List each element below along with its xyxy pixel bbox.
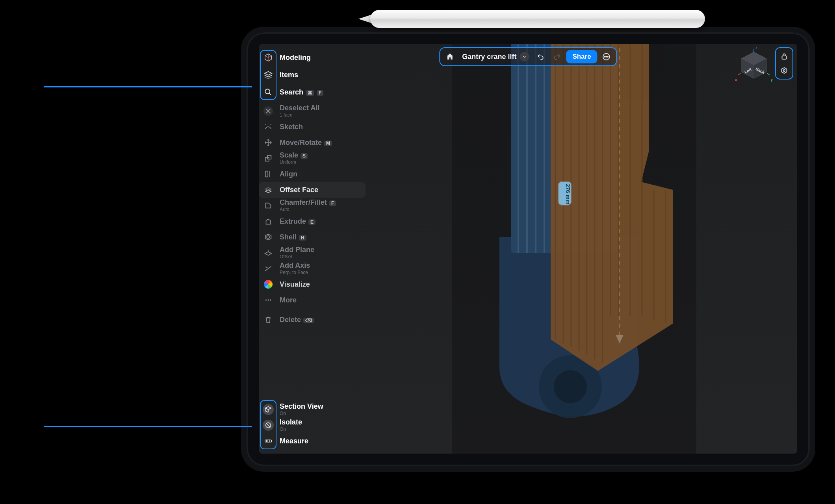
tool-add-axis[interactable]: Add Axis Perp. to Face — [259, 261, 366, 276]
tool-isolate[interactable]: Isolate On — [259, 417, 366, 433]
tool-align[interactable]: Align — [259, 166, 366, 182]
model-illustration — [452, 44, 696, 454]
svg-point-38 — [607, 56, 608, 57]
cube-icon — [262, 52, 274, 63]
navcube-axis-z: z — [755, 46, 757, 50]
tool-measure[interactable]: Measure — [259, 433, 366, 449]
right-stack — [775, 47, 793, 80]
redo-button[interactable] — [549, 49, 564, 64]
svg-point-31 — [267, 299, 269, 300]
app-screen: 276 mm Modeling Items — [259, 44, 797, 454]
tool-move-rotate[interactable]: Move/RotateM — [259, 135, 366, 150]
more-icon — [262, 294, 274, 306]
measure-icon — [262, 435, 274, 447]
svg-point-26 — [265, 89, 270, 94]
sketch-icon — [262, 121, 274, 133]
deselect-icon — [262, 105, 274, 117]
svg-point-36 — [605, 56, 605, 57]
svg-line-45 — [738, 73, 741, 75]
title-dropdown[interactable] — [520, 52, 529, 61]
tool-scale[interactable]: ScaleS Uniform — [259, 150, 366, 166]
sidebar-item-modeling[interactable]: Modeling — [259, 49, 366, 66]
offset-face-icon — [262, 184, 274, 196]
undo-button[interactable] — [533, 49, 548, 64]
svg-rect-34 — [265, 440, 272, 442]
search-icon — [262, 86, 274, 98]
align-icon — [262, 168, 274, 180]
layers-icon — [262, 69, 274, 81]
navigation-cube[interactable]: Left Back z y x — [737, 48, 770, 81]
tool-shell[interactable]: ShellH — [259, 229, 366, 245]
tool-extrude[interactable]: ExtrudeE — [259, 213, 366, 229]
tool-visualize[interactable]: Visualize — [259, 276, 366, 292]
tool-sketch[interactable]: Sketch — [259, 119, 366, 135]
extrude-icon — [262, 215, 274, 227]
svg-point-32 — [270, 299, 271, 300]
tool-section-view[interactable]: Section View On — [259, 402, 366, 417]
svg-point-47 — [783, 70, 785, 72]
svg-line-44 — [767, 73, 770, 75]
sidebar: Modeling Items Search⌘F — [259, 44, 366, 454]
sidebar-bottom: Section View On Isolate On — [259, 396, 366, 449]
add-plane-icon — [262, 247, 274, 259]
navcube-axis-y: y — [770, 78, 773, 82]
lock-button[interactable] — [777, 50, 791, 63]
more-menu-button[interactable] — [599, 49, 614, 64]
tool-add-plane[interactable]: Add Plane Offset — [259, 245, 366, 261]
header-pill: Gantry crane lift Share — [439, 47, 617, 66]
chamfer-icon — [262, 200, 274, 211]
modeling-label: Modeling — [280, 54, 311, 61]
svg-rect-25 — [452, 44, 696, 454]
navcube-axis-x: x — [735, 78, 737, 82]
tool-delete[interactable]: Delete⌫ — [259, 312, 366, 328]
trash-icon — [262, 314, 274, 326]
view-settings-button[interactable] — [777, 64, 791, 77]
add-axis-icon — [262, 263, 274, 274]
tool-offset-face[interactable]: Offset Face — [259, 182, 366, 198]
share-button[interactable]: Share — [566, 50, 597, 63]
sidebar-divider — [263, 399, 273, 399]
sidebar-item-search[interactable]: Search⌘F — [259, 83, 366, 101]
stylus — [370, 10, 705, 28]
tablet-frame: 276 mm Modeling Items — [241, 27, 815, 472]
svg-point-37 — [606, 56, 607, 57]
items-label: Items — [280, 71, 298, 79]
sidebar-item-items[interactable]: Items — [259, 66, 366, 83]
shell-icon — [262, 231, 274, 243]
svg-rect-46 — [782, 56, 787, 59]
annotation-line-bottom — [44, 426, 252, 427]
svg-rect-28 — [267, 156, 271, 159]
svg-rect-27 — [265, 158, 269, 161]
annotation-line-top — [44, 86, 252, 87]
svg-point-30 — [265, 299, 267, 300]
move-icon — [262, 137, 274, 148]
home-button[interactable] — [442, 49, 457, 64]
search-label: Search⌘F — [280, 89, 323, 96]
section-view-icon — [262, 404, 274, 415]
measurement-pill[interactable]: 276 mm — [559, 182, 571, 205]
tool-deselect-all[interactable]: Deselect All 1 face — [259, 103, 366, 119]
right-cluster: Left Back z y x — [737, 47, 793, 81]
isolate-icon — [262, 419, 274, 431]
visualize-icon — [262, 278, 274, 290]
svg-rect-29 — [265, 171, 268, 177]
tool-chamfer-fillet[interactable]: Chamfer/FilletF Auto — [259, 198, 366, 213]
document-title[interactable]: Gantry crane lift — [459, 53, 518, 61]
scale-icon — [262, 152, 274, 164]
tool-more[interactable]: More — [259, 292, 366, 308]
